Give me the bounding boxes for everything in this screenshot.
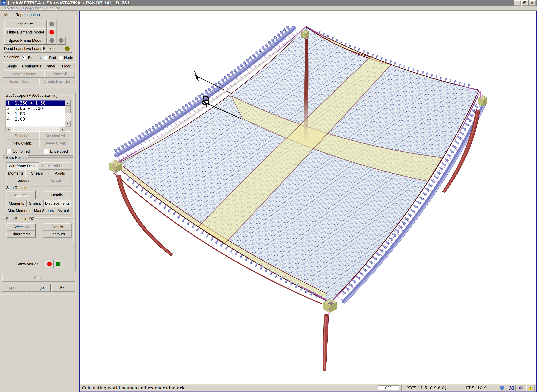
- close-button[interactable]: ×: [529, 0, 536, 6]
- new-comb-button[interactable]: New Comb.: [6, 140, 39, 147]
- torques-button[interactable]: Torques: [6, 177, 39, 184]
- bars-moments-button[interactable]: Moments: [6, 170, 25, 177]
- scrollbar-corner: [65, 126, 71, 131]
- dead-loads-button[interactable]: Dead Loads: [4, 45, 24, 52]
- list-item[interactable]: 1: 1.35G + 1.5Q: [6, 100, 65, 106]
- list-item[interactable]: 4: 1.0Q: [7, 117, 65, 122]
- structural-displ-button[interactable]: Structural Displ.: [39, 162, 71, 170]
- radio-node[interactable]: [59, 56, 63, 60]
- list-item[interactable]: 2: 1.0G + 1.0Q: [7, 106, 65, 111]
- fem-selection-button[interactable]: Selection: [6, 223, 35, 231]
- vertical-scrollbar[interactable]: ▲ ▼: [65, 100, 71, 126]
- horizontal-scroll-track[interactable]: [11, 126, 60, 131]
- list-item[interactable]: 3: 1.0G: [7, 111, 65, 117]
- m-icon: M: [509, 385, 514, 391]
- radio-element[interactable]: [22, 56, 26, 60]
- continuous-button[interactable]: Continuous: [20, 62, 43, 70]
- deselect-all-button[interactable]: Deselect All: [39, 132, 71, 140]
- scroll-up-button[interactable]: ▲: [65, 100, 71, 106]
- radio-node-label: Node: [63, 56, 74, 60]
- group-fem-results-label: Fem Results: DZ: [5, 217, 35, 221]
- space-frame-indicator-a-button[interactable]: [47, 37, 56, 44]
- combined-checkbox[interactable]: [6, 149, 11, 154]
- structure-indicator-dot: [49, 22, 54, 26]
- properties-button[interactable]: Properties: [2, 284, 26, 292]
- image-button[interactable]: Image: [27, 284, 50, 292]
- diagramms-button[interactable]: Diagramms: [6, 231, 35, 238]
- displacements-button[interactable]: Displacements: [43, 200, 71, 207]
- scroll-down-button[interactable]: ▼: [65, 121, 71, 126]
- slab-details-button[interactable]: Details: [43, 191, 71, 199]
- bars-as-cal-button[interactable]: As, cal: [39, 177, 71, 184]
- radio-rod[interactable]: [44, 56, 48, 60]
- max-moments-button[interactable]: Max Moments: [6, 207, 33, 214]
- show-values-red-dot: [47, 262, 52, 266]
- fem-details-button[interactable]: Details: [43, 223, 71, 231]
- 3d-scene: a: [80, 11, 536, 384]
- show-all-button[interactable]: Show All: [44, 70, 75, 78]
- show-selected-button[interactable]: Show Selected: [3, 70, 45, 78]
- status-message: Calculating world bounds and regeneratin…: [80, 386, 375, 390]
- combinations-list: 1: 1.35G + 1.5Q 2: 1.0G + 1.0Q 3: 1.0G 4…: [6, 100, 65, 126]
- panel-button[interactable]: Panel: [43, 62, 58, 70]
- m-icon-button[interactable]: M: [508, 384, 516, 391]
- show-values-green-button[interactable]: [54, 260, 62, 268]
- vertical-scroll-track[interactable]: [65, 113, 71, 121]
- fps-counter: FPS: 18.9: [466, 386, 487, 390]
- slab-as-cal-button[interactable]: As, cal: [55, 207, 71, 214]
- minimize-icon: [516, 4, 518, 5]
- floor-button[interactable]: Floor: [58, 62, 75, 70]
- group-combinations-label: Συνδυασμοί (Μέθοδος:Στατική): [5, 93, 59, 98]
- restore-icon: [523, 1, 526, 5]
- delete-comb-button[interactable]: Delete Comb: [39, 140, 71, 147]
- enveloped-checkbox-label: Enveloped: [50, 149, 68, 154]
- show-values-red-button[interactable]: [45, 260, 54, 268]
- warning-icon-button[interactable]: [526, 384, 535, 391]
- progress-panel: 0%: [375, 385, 402, 391]
- max-shears-button[interactable]: Max Shears: [33, 207, 55, 214]
- slab-shears-button[interactable]: Shears: [27, 200, 43, 207]
- space-frame-model-button[interactable]: Space Frame Model: [4, 37, 47, 44]
- restore-button[interactable]: [521, 0, 528, 6]
- statusbar: Calculating world bounds and regeneratin…: [80, 384, 536, 392]
- finite-elements-model-button[interactable]: Finite Elements Model: [4, 28, 47, 36]
- adverse-button[interactable]: Adverse: [6, 191, 35, 199]
- finite-elements-indicator-dot: [49, 30, 54, 34]
- contours-button[interactable]: Contours: [43, 231, 71, 238]
- slab-moments-button[interactable]: Moments: [6, 200, 27, 207]
- exit-button[interactable]: Exit: [52, 284, 75, 292]
- structure-indicator-button[interactable]: [47, 20, 56, 28]
- menu-charts[interactable]: Γραφήματα: [20, 6, 44, 10]
- sidebar: Model Represenation Structure Finite Ele…: [0, 11, 79, 392]
- bars-axials-button[interactable]: Axials: [48, 170, 71, 177]
- live-loads-button[interactable]: Live Loads: [24, 45, 43, 52]
- bars-shears-button[interactable]: Shears: [25, 170, 48, 177]
- brick-loads-indicator-button[interactable]: [63, 45, 72, 52]
- select-all-button[interactable]: Select All: [6, 132, 39, 140]
- enveloped-checkbox[interactable]: [44, 149, 49, 154]
- warning-icon: [528, 386, 533, 390]
- scroll-right-button[interactable]: ►: [60, 126, 65, 132]
- solve-button[interactable]: Solve: [2, 274, 75, 282]
- combinations-listbox[interactable]: 1: 1.35G + 1.5Q 2: 1.0G + 1.0Q 3: 1.0G 4…: [5, 100, 71, 132]
- at-icon-button[interactable]: @: [517, 384, 525, 391]
- vertical-scroll-thumb[interactable]: [65, 106, 71, 113]
- horizontal-scrollbar[interactable]: ◄ ►: [6, 126, 65, 131]
- scroll-left-button[interactable]: ◄: [6, 126, 11, 132]
- insert-node-button[interactable]: Insert Node...: [3, 78, 40, 85]
- group-slab-results-label: Slab Results: [5, 186, 28, 190]
- wireframe-displ-button[interactable]: Wireframe Displ.: [6, 162, 39, 170]
- minimize-button[interactable]: [514, 0, 521, 6]
- brick-loads-button[interactable]: Brick Loads: [42, 45, 63, 52]
- create-new-bar-button[interactable]: Create New Bar: [39, 78, 75, 85]
- 3d-canvas[interactable]: a: [80, 11, 536, 384]
- display-icon-button[interactable]: [498, 384, 506, 391]
- finite-elements-indicator-button[interactable]: [47, 28, 56, 36]
- structure-button[interactable]: Structure: [4, 20, 47, 28]
- menu-help[interactable]: Βοήθεια: [44, 6, 63, 10]
- at-icon: @: [519, 386, 523, 390]
- space-frame-indicator-b-button[interactable]: [57, 37, 66, 44]
- radio-element-label: Element: [27, 56, 42, 60]
- menu-model[interactable]: Μοντέλο: [1, 6, 20, 10]
- single-button[interactable]: Single: [3, 62, 20, 70]
